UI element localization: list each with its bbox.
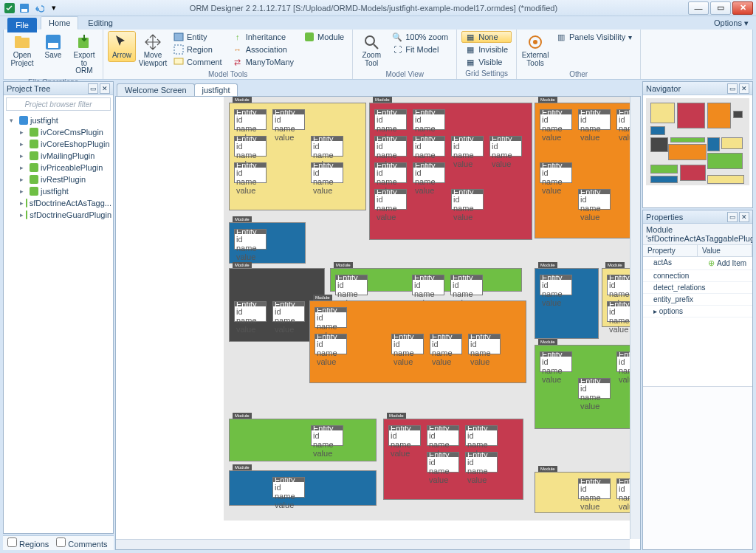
- entity-box[interactable]: Entityidnamevalue: [540, 351, 572, 372]
- entity-box[interactable]: Entityidnamevalue: [468, 334, 501, 354]
- panels-visibility[interactable]: ▥Panels Visibility ▾: [552, 31, 636, 43]
- entity-box[interactable]: Entityidnamevalue: [578, 109, 611, 130]
- entity-box[interactable]: Entityidnamevalue: [465, 452, 498, 473]
- entity-box[interactable]: Entityidnamevalue: [540, 275, 572, 295]
- entity-box[interactable]: Entityidnamevalue: [272, 477, 305, 498]
- tab-home[interactable]: Home: [41, 16, 78, 30]
- entity-box[interactable]: Entityidnamevalue: [451, 189, 484, 210]
- qat-dropdown-icon[interactable]: ▾: [47, 1, 61, 15]
- association-tool[interactable]: ↔Association: [229, 44, 298, 55]
- project-tree[interactable]: ▾justfight ▸ivCoreCmsPlugin▸ivCoreEshopP…: [4, 113, 113, 533]
- entity-box[interactable]: Entityidnamevalue: [616, 478, 630, 499]
- tree-item[interactable]: ▸justfight: [7, 185, 111, 197]
- regions-checkbox[interactable]: Regions: [7, 537, 49, 549]
- tree-item[interactable]: ▸ivCoreCmsPlugin: [7, 126, 111, 138]
- region-tool[interactable]: Region: [170, 44, 226, 55]
- panel-close-icon[interactable]: ✕: [739, 83, 749, 94]
- open-project-button[interactable]: Open Project: [8, 31, 36, 69]
- inheritance-tool[interactable]: ↑Inheritance: [229, 31, 298, 43]
- entity-box[interactable]: Entityidnamevalue: [607, 301, 630, 322]
- tree-item[interactable]: ▸ivRestPlugin: [7, 174, 111, 185]
- entity-box[interactable]: Entityidnamevalue: [427, 425, 459, 446]
- entity-box[interactable]: Entityidnamevalue: [272, 301, 305, 322]
- horizontal-scrollbar[interactable]: [116, 539, 630, 549]
- entity-box[interactable]: Entityidnamevalue: [374, 162, 407, 183]
- entity-box[interactable]: Entityidnamevalue: [450, 275, 483, 295]
- entity-box[interactable]: Entityidnamevalue: [540, 109, 572, 130]
- close-button[interactable]: ✕: [732, 1, 753, 15]
- project-filter-input[interactable]: Project browser filter: [6, 97, 111, 111]
- property-row[interactable]: entity_prefix: [643, 294, 752, 306]
- tree-item[interactable]: ▸ivMailingPlugin: [7, 150, 111, 162]
- manytomany-tool[interactable]: ⇄ManyToMany: [229, 56, 298, 68]
- module-region[interactable]: ModuleEntityidnamevalue: [535, 268, 599, 339]
- move-viewport-button[interactable]: Move Viewport: [139, 31, 167, 69]
- module-region[interactable]: ModuleEntityidnamevalue: [229, 222, 306, 264]
- save-button[interactable]: Save: [39, 31, 67, 62]
- tree-root[interactable]: ▾justfight: [7, 114, 111, 126]
- entity-box[interactable]: Entityidnamevalue: [578, 189, 611, 210]
- entity-box[interactable]: Entityidnamevalue: [465, 425, 498, 446]
- entity-box[interactable]: Entityidnamevalue: [234, 301, 267, 322]
- fit-model[interactable]: ⛶Fit Model: [388, 44, 452, 55]
- entity-box[interactable]: Entityidnamevalue: [374, 136, 407, 157]
- entity-box[interactable]: Entityidnamevalue: [540, 162, 572, 183]
- module-region[interactable]: ModuleEntityidnamevalueEntityidnamevalue…: [369, 103, 532, 240]
- entity-box[interactable]: Entityidnamevalue: [489, 136, 522, 157]
- grid-invisible[interactable]: ▦Invisible: [461, 44, 512, 55]
- entity-box[interactable]: Entityidnamevalue: [413, 162, 445, 183]
- entity-box[interactable]: Entityidnamevalue: [315, 307, 347, 328]
- external-tools-button[interactable]: External Tools: [521, 31, 549, 69]
- module-region[interactable]: ModuleEntityidnamevalueEntityidnamevalue…: [535, 103, 630, 238]
- entity-box[interactable]: Entityidnamevalue: [451, 136, 484, 157]
- options-menu[interactable]: Options ▾: [714, 18, 756, 28]
- entity-box[interactable]: Entityidnamevalue: [234, 136, 267, 157]
- entity-box[interactable]: Entityidnamevalue: [311, 136, 343, 157]
- panel-undock-icon[interactable]: ▭: [727, 83, 738, 94]
- entity-box[interactable]: Entityidnamevalue: [391, 334, 424, 354]
- property-row[interactable]: ▸ options: [643, 306, 752, 317]
- panel-close-icon[interactable]: ✕: [739, 212, 749, 222]
- entity-tool[interactable]: Entity: [170, 31, 226, 43]
- entity-box[interactable]: Entityidnamevalue: [234, 109, 267, 130]
- diagram-canvas[interactable]: ModuleEntityidnamevalueEntityidnamevalue…: [116, 97, 630, 539]
- file-menu-button[interactable]: File: [7, 18, 37, 32]
- entity-box[interactable]: Entityidnamevalue: [427, 452, 459, 473]
- module-region[interactable]: ModuleEntityidnamevalueEntityidnamevalue…: [309, 300, 526, 383]
- entity-box[interactable]: Entityidnamevalue: [374, 189, 407, 210]
- tree-item[interactable]: ▸sfDoctrineGuardPlugin: [7, 209, 111, 221]
- module-region[interactable]: ModuleEntityidnamevalueEntityidnamevalue…: [535, 472, 630, 513]
- entity-box[interactable]: Entityidnamevalue: [616, 351, 630, 372]
- maximize-button[interactable]: ▭: [710, 1, 731, 15]
- property-row[interactable]: actAs⊕ Add Item: [643, 257, 752, 270]
- tree-item[interactable]: ▸sfDoctrineActAsTagg...: [7, 197, 111, 209]
- module-region[interactable]: ModuleEntityidnamevalue: [229, 419, 377, 461]
- module-region[interactable]: ModuleEntityidnamevalueEntityidnamevalue…: [535, 345, 630, 429]
- module-region[interactable]: ModuleEntityidnamevalueEntityidnamevalue…: [383, 419, 523, 500]
- qat-undo-icon[interactable]: [32, 1, 46, 15]
- module-tool[interactable]: Module: [300, 31, 348, 43]
- export-button[interactable]: Export to ORM: [70, 31, 98, 78]
- arrow-tool-button[interactable]: Arrow: [108, 31, 136, 62]
- panel-undock-icon[interactable]: ▭: [727, 212, 738, 222]
- tab-welcome[interactable]: Welcome Screen: [117, 83, 195, 96]
- property-row[interactable]: connection: [643, 270, 752, 282]
- entity-box[interactable]: Entityidnamevalue: [430, 334, 462, 354]
- module-region[interactable]: ModuleEntityidnamevalueEntityidnamevalue…: [330, 268, 522, 292]
- entity-box[interactable]: Entityidnamevalue: [578, 478, 611, 499]
- entity-box[interactable]: Entityidnamevalue: [272, 109, 305, 130]
- entity-box[interactable]: Entityidnamevalue: [311, 425, 343, 446]
- entity-box[interactable]: Entityidnamevalue: [234, 229, 267, 250]
- minimize-button[interactable]: —: [688, 1, 709, 15]
- entity-box[interactable]: Entityidnamevalue: [335, 275, 368, 295]
- tab-model[interactable]: justfight: [194, 83, 238, 96]
- zoom-100[interactable]: 🔍100% zoom: [388, 31, 452, 43]
- qat-app-icon[interactable]: [3, 1, 16, 15]
- module-region[interactable]: ModuleEntityidnamevalueEntityidnamevalue…: [229, 103, 366, 210]
- navigator-minimap[interactable]: [643, 95, 752, 207]
- entity-box[interactable]: Entityidnamevalue: [412, 275, 444, 295]
- entity-box[interactable]: Entityidnamevalue: [234, 162, 267, 183]
- entity-box[interactable]: Entityidnamevalue: [413, 109, 445, 130]
- zoom-tool-button[interactable]: Zoom Tool: [357, 31, 385, 69]
- tree-item[interactable]: ▸ivCoreEshopPlugin: [7, 138, 111, 150]
